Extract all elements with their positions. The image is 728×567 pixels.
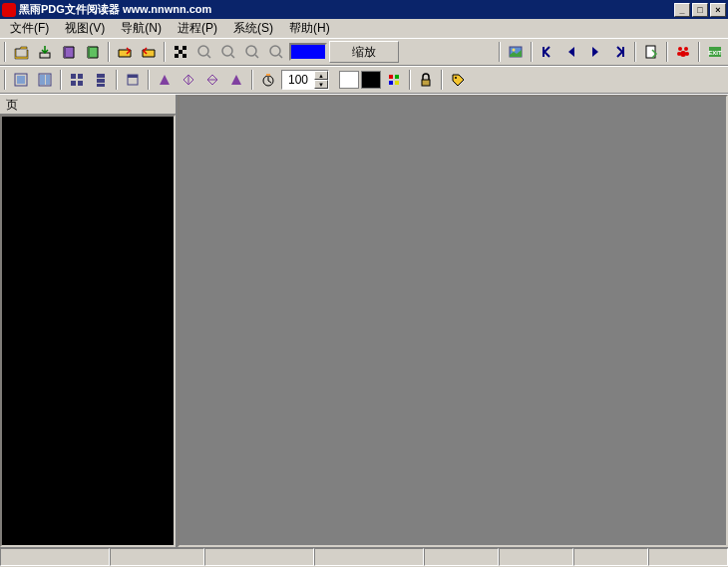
status-cell-4	[424, 548, 499, 566]
separator	[441, 70, 443, 90]
menu-nav[interactable]: 导航(N)	[113, 18, 170, 39]
flip-v-button[interactable]	[201, 69, 223, 91]
status-cell-1	[110, 548, 204, 566]
content-area[interactable]	[178, 95, 728, 547]
toolbar-1: 缩放 EXIT	[0, 38, 728, 66]
view-mode-button[interactable]	[122, 69, 144, 91]
separator	[698, 42, 700, 62]
first-page-button[interactable]	[537, 41, 558, 63]
svg-point-11	[513, 49, 516, 52]
tag-button[interactable]	[447, 69, 469, 91]
timer-button[interactable]	[257, 69, 279, 91]
continuous-button[interactable]	[90, 69, 112, 91]
separator	[634, 42, 636, 62]
foreground-color-swatch[interactable]	[339, 71, 359, 89]
zoom-out-button[interactable]	[217, 41, 239, 63]
status-cell-2	[204, 548, 314, 566]
layout-1-button[interactable]	[10, 69, 32, 91]
last-page-button[interactable]	[608, 41, 630, 63]
menu-system[interactable]: 系统(S)	[225, 18, 281, 39]
side-tab-page[interactable]: 页	[0, 95, 176, 115]
exit-button[interactable]: EXIT	[704, 41, 726, 63]
status-cell-0	[0, 548, 110, 566]
zoom-page-button[interactable]	[265, 41, 287, 63]
minimize-button[interactable]: _	[674, 3, 690, 17]
main-area: 页	[0, 94, 728, 547]
zoom-fit-button[interactable]	[241, 41, 263, 63]
spin-down-button[interactable]: ▼	[314, 80, 328, 89]
spin-up-button[interactable]: ▲	[314, 71, 328, 80]
menu-bar: 文件(F) 视图(V) 导航(N) 进程(P) 系统(S) 帮助(H)	[0, 19, 728, 38]
svg-rect-39	[395, 81, 399, 85]
separator	[164, 42, 166, 62]
status-cell-7	[648, 548, 728, 566]
lock-button[interactable]	[415, 69, 437, 91]
menu-view[interactable]: 视图(V)	[57, 18, 113, 39]
next-page-button[interactable]	[584, 41, 606, 63]
window-controls: _ □ ×	[674, 3, 726, 17]
maximize-button[interactable]: □	[692, 3, 708, 17]
prev-page-button[interactable]	[560, 41, 582, 63]
side-panel: 页	[0, 95, 178, 547]
svg-point-7	[222, 46, 232, 56]
book-green-button[interactable]	[82, 41, 104, 63]
svg-point-17	[680, 51, 686, 57]
color-picker-button[interactable]	[383, 69, 405, 91]
rotate-right-button[interactable]	[225, 69, 247, 91]
svg-rect-36	[389, 75, 393, 79]
svg-point-41	[455, 77, 457, 79]
status-bar	[0, 547, 728, 567]
flip-h-button[interactable]	[178, 69, 199, 91]
zoom-in-button[interactable]	[193, 41, 215, 63]
folder-in-button[interactable]	[138, 41, 160, 63]
separator	[666, 42, 668, 62]
paw-icon[interactable]	[672, 41, 694, 63]
thumbnail-area[interactable]	[0, 115, 176, 547]
separator	[251, 70, 253, 90]
rotate-left-button[interactable]	[154, 69, 176, 91]
export-button[interactable]	[640, 41, 662, 63]
menu-process[interactable]: 进程(P)	[170, 18, 225, 39]
layout-2-button[interactable]	[34, 69, 56, 91]
svg-rect-28	[78, 81, 83, 86]
svg-rect-29	[97, 74, 105, 78]
separator	[499, 42, 501, 62]
open-button[interactable]	[10, 41, 32, 63]
svg-point-13	[678, 47, 682, 51]
download-button[interactable]	[34, 41, 56, 63]
toolbar-2: ▲ ▼	[0, 66, 728, 94]
svg-rect-30	[97, 79, 105, 83]
svg-rect-27	[71, 81, 76, 86]
svg-rect-31	[97, 84, 105, 87]
close-button[interactable]: ×	[710, 3, 726, 17]
checker-button[interactable]	[170, 41, 191, 63]
grid-button[interactable]	[66, 69, 88, 91]
separator	[4, 42, 6, 62]
svg-rect-1	[175, 46, 179, 50]
status-cell-5	[499, 548, 573, 566]
book-purple-button[interactable]	[58, 41, 80, 63]
separator	[4, 70, 6, 90]
color-selector[interactable]	[289, 43, 327, 61]
zoom-button[interactable]: 缩放	[329, 41, 399, 63]
separator	[60, 70, 62, 90]
svg-rect-25	[71, 74, 76, 79]
menu-help[interactable]: 帮助(H)	[281, 18, 338, 39]
status-cell-6	[573, 548, 648, 566]
separator	[531, 42, 533, 62]
svg-rect-37	[395, 75, 399, 79]
title-bar: 黑雨PDG文件阅读器 www.nnwnn.com _ □ ×	[0, 0, 728, 19]
zoom-spinner[interactable]: ▲ ▼	[281, 70, 329, 90]
status-cell-3	[314, 548, 424, 566]
window-title: 黑雨PDG文件阅读器 www.nnwnn.com	[19, 2, 674, 17]
background-color-swatch[interactable]	[361, 71, 381, 89]
svg-rect-38	[389, 81, 393, 85]
zoom-input[interactable]	[282, 73, 314, 87]
svg-rect-26	[78, 74, 83, 79]
svg-rect-35	[266, 74, 270, 76]
photo-button[interactable]	[505, 41, 527, 63]
svg-text:EXIT: EXIT	[708, 50, 722, 56]
menu-file[interactable]: 文件(F)	[2, 18, 57, 39]
svg-rect-5	[182, 54, 186, 58]
folder-out-button[interactable]	[114, 41, 136, 63]
